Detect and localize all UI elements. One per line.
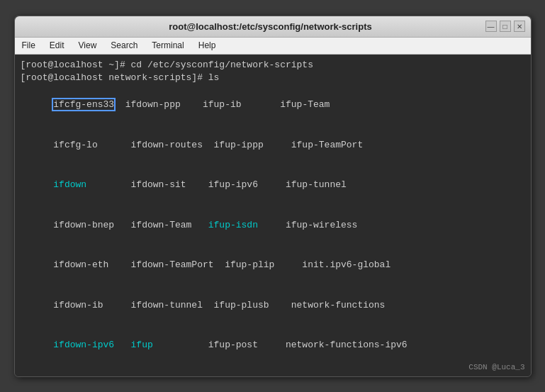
file-row-6: ifdown-ib ifdown-tunnel ifup-plusb netwo… — [21, 286, 525, 326]
menu-terminal[interactable]: Terminal — [149, 39, 186, 52]
file-ifcfg-ens33: ifcfg-ens33 — [53, 99, 114, 110]
window-title: root@localhost:/etc/sysconfig/network-sc… — [56, 21, 485, 32]
window-controls[interactable]: — □ ✕ — [485, 21, 525, 32]
menu-file[interactable]: File — [19, 39, 38, 52]
titlebar: root@localhost:/etc/sysconfig/network-sc… — [15, 16, 531, 38]
terminal-body[interactable]: [root@localhost ~]# cd /etc/sysconfig/ne… — [15, 55, 531, 376]
file-row-4: ifdown-bnep ifdown-Team ifup-isdn ifup-w… — [21, 206, 525, 246]
file-row-5: ifdown-eth ifdown-TeamPort ifup-plip ini… — [21, 245, 525, 286]
watermark: CSDN @Luca_3 — [468, 362, 524, 374]
menu-edit[interactable]: Edit — [47, 39, 67, 52]
menubar: File Edit View Search Terminal Help — [15, 38, 531, 55]
close-button[interactable]: ✕ — [514, 21, 525, 32]
file-row-1: ifcfg-ens33 ifdown-ppp ifup-ib ifup-Team — [21, 85, 525, 125]
file-row-7: ifdown-ipv6 ifup ifup-post network-funct… — [21, 325, 525, 366]
terminal-line-1: [root@localhost ~]# cd /etc/sysconfig/ne… — [21, 59, 525, 72]
menu-search[interactable]: Search — [108, 39, 140, 52]
file-row-3: ifdown ifdown-sit ifup-ipv6 ifup-tunnel — [21, 165, 525, 206]
terminal-line-2: [root@localhost network-scripts]# ls — [21, 72, 525, 85]
maximize-button[interactable]: □ — [500, 21, 511, 32]
minimize-button[interactable]: — — [485, 21, 497, 32]
file-row-8: ifdown-isdn ifup-aliases ifup-ppp — [21, 366, 525, 376]
file-row-2: ifcfg-lo ifdown-routes ifup-ippp ifup-Te… — [21, 125, 525, 166]
terminal-window: root@localhost:/etc/sysconfig/network-sc… — [14, 16, 532, 377]
menu-view[interactable]: View — [76, 39, 100, 52]
menu-help[interactable]: Help — [196, 39, 219, 52]
